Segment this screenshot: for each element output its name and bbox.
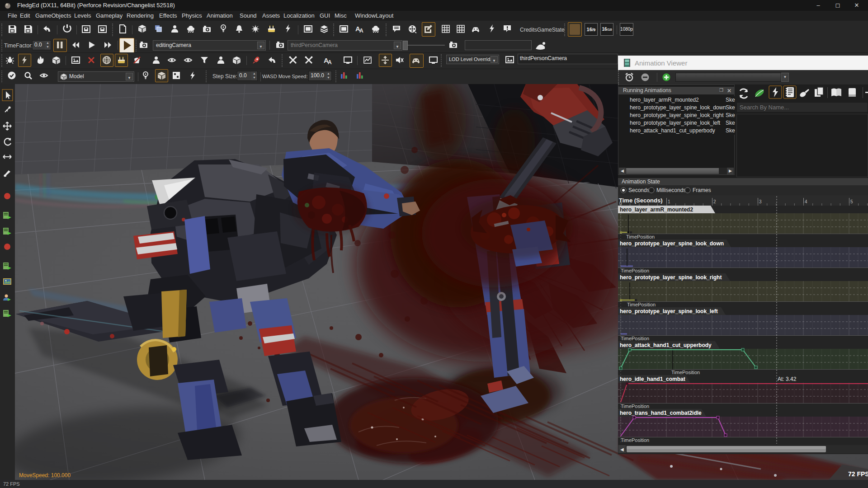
svg-text:hero_prototype_layer_spine_loo: hero_prototype_layer_spine_look_down xyxy=(620,240,724,247)
svg-text:Frames: Frames xyxy=(693,187,711,193)
svg-text:1: 1 xyxy=(668,199,670,204)
svg-text:2: 2 xyxy=(713,199,716,204)
svg-text:Seconds: Seconds xyxy=(628,187,650,193)
svg-text:hero_prototype_layer_spine_loo: hero_prototype_layer_spine_look_left xyxy=(620,308,718,314)
svg-text:0: 0 xyxy=(619,201,622,206)
svg-text:hero_attack_hand1_cut_upperbod: hero_attack_hand1_cut_upperbody xyxy=(620,342,712,348)
svg-text:5: 5 xyxy=(850,199,853,204)
svg-text:Animation State: Animation State xyxy=(622,178,660,185)
svg-text:Milliseconds: Milliseconds xyxy=(656,187,686,193)
svg-text:Time (Seconds): Time (Seconds) xyxy=(619,197,663,204)
svg-text:TimePosition: TimePosition xyxy=(627,302,656,307)
svg-text:4: 4 xyxy=(805,199,807,204)
svg-text:At: 3.42: At: 3.42 xyxy=(778,376,797,382)
svg-text:TimePosition: TimePosition xyxy=(621,437,649,443)
svg-text:72 FPS: 72 FPS xyxy=(848,470,868,478)
svg-text:TimePosition: TimePosition xyxy=(621,404,649,409)
svg-text:◀: ◀ xyxy=(620,447,624,452)
svg-text:TimePosition: TimePosition xyxy=(671,370,700,375)
svg-text:hero_prototype_layer_spine_loo: hero_prototype_layer_spine_look_right xyxy=(620,274,722,281)
svg-text:3: 3 xyxy=(759,199,762,204)
svg-text:TimePosition: TimePosition xyxy=(621,336,649,341)
svg-text:MoveSpeed: 100.000: MoveSpeed: 100.000 xyxy=(19,472,71,479)
svg-text:TimePosition: TimePosition xyxy=(626,234,655,239)
svg-text:hero_idle_hand1_combat: hero_idle_hand1_combat xyxy=(620,376,685,382)
svg-text:hero_layer_armR_mounted2: hero_layer_armR_mounted2 xyxy=(620,206,693,213)
svg-text:TimePosition: TimePosition xyxy=(621,268,649,273)
svg-text:hero_trans_hand1_combat2idle: hero_trans_hand1_combat2idle xyxy=(620,410,702,416)
